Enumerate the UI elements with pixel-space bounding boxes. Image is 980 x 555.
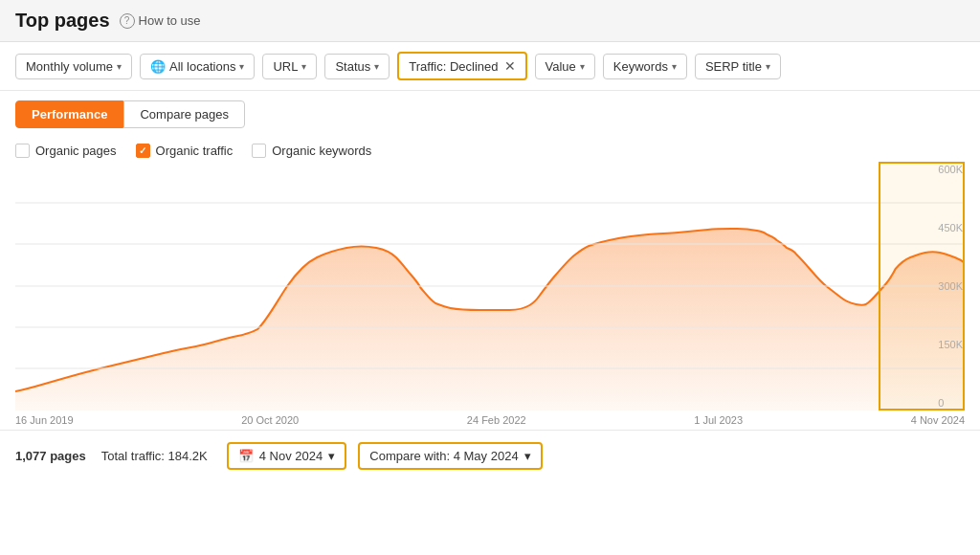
checkbox-box-organic-pages xyxy=(15,144,30,158)
chevron-icon: ▾ xyxy=(766,61,770,72)
y-label-600k: 600K xyxy=(938,164,965,175)
filter-monthly-volume[interactable]: Monthly volume▾ xyxy=(15,54,132,79)
filter-bar: Monthly volume▾🌐All locations▾URL▾Status… xyxy=(0,42,980,91)
x-axis-labels: 16 Jun 201920 Oct 202024 Feb 20221 Jul 2… xyxy=(0,411,980,430)
date-chevron: ▾ xyxy=(328,449,335,463)
x-label: 1 Jul 2023 xyxy=(694,414,743,426)
y-label-0: 0 xyxy=(938,397,965,409)
footer-bar: 1,077 pages Total traffic: 184.2K 📅 4 No… xyxy=(0,430,980,481)
pages-count: 1,077 pages xyxy=(15,449,86,463)
x-label: 20 Oct 2020 xyxy=(241,414,299,426)
checkbox-organic-traffic[interactable]: Organic traffic xyxy=(136,144,234,158)
x-label: 16 Jun 2019 xyxy=(15,414,74,426)
filter-keywords[interactable]: Keywords▾ xyxy=(603,54,687,79)
tab-label: Compare pages xyxy=(140,107,229,122)
tab-compare-pages[interactable]: Compare pages xyxy=(123,100,245,128)
checkbox-box-organic-keywords xyxy=(252,144,266,158)
filter-label: Keywords xyxy=(613,59,668,74)
how-to-use-label: How to use xyxy=(139,13,201,28)
filter-url[interactable]: URL▾ xyxy=(262,54,317,79)
total-traffic: Total traffic: 184.2K xyxy=(101,449,208,463)
tab-label: Performance xyxy=(32,107,107,122)
checkbox-organic-pages[interactable]: Organic pages xyxy=(15,144,117,158)
y-label-300k: 300K xyxy=(938,280,965,292)
chevron-icon: ▾ xyxy=(374,61,379,72)
filter-label: All locations xyxy=(169,59,235,74)
filter-close-icon[interactable]: ✕ xyxy=(504,58,516,74)
checkbox-label-organic-traffic: Organic traffic xyxy=(156,144,234,158)
chevron-icon: ▾ xyxy=(239,61,244,72)
filter-all-locations[interactable]: 🌐All locations▾ xyxy=(140,54,255,79)
checkbox-organic-keywords[interactable]: Organic keywords xyxy=(252,144,371,158)
filter-serp-title[interactable]: SERP title▾ xyxy=(695,54,781,79)
filter-label: Traffic: Declined xyxy=(409,59,498,74)
x-label: 24 Feb 2022 xyxy=(467,414,526,426)
checkbox-label-organic-keywords: Organic keywords xyxy=(272,144,371,158)
page-title: Top pages xyxy=(15,10,110,32)
filter-label: SERP title xyxy=(705,59,762,74)
chevron-icon: ▾ xyxy=(580,61,585,72)
filter-value[interactable]: Value▾ xyxy=(535,54,595,79)
checkbox-label-organic-pages: Organic pages xyxy=(35,144,117,158)
tab-performance[interactable]: Performance xyxy=(15,100,123,128)
compare-chevron: ▾ xyxy=(524,449,531,463)
compare-label: Compare with: 4 May 2024 xyxy=(369,449,518,463)
date-label: 4 Nov 2024 xyxy=(259,449,323,463)
calendar-icon: 📅 xyxy=(238,449,254,463)
page-header: Top pages ? How to use xyxy=(0,0,980,42)
filter-label: Value xyxy=(546,59,576,74)
compare-date-button[interactable]: Compare with: 4 May 2024 ▾ xyxy=(358,442,542,470)
chevron-icon: ▾ xyxy=(117,61,122,72)
y-label-150k: 150K xyxy=(938,339,965,350)
question-icon: ? xyxy=(120,13,135,29)
how-to-use-link[interactable]: ? How to use xyxy=(120,13,201,29)
y-label-450k: 450K xyxy=(938,222,965,233)
filter-traffic-declined[interactable]: Traffic: Declined✕ xyxy=(397,52,526,80)
filter-label: Status xyxy=(335,59,370,74)
filter-status[interactable]: Status▾ xyxy=(324,54,390,79)
tab-area: PerformanceCompare pages xyxy=(0,91,980,138)
date-picker-button[interactable]: 📅 4 Nov 2024 ▾ xyxy=(227,442,347,470)
filter-label: URL xyxy=(273,59,298,74)
globe-icon: 🌐 xyxy=(150,59,166,74)
traffic-chart: 600K 450K 300K 150K 0 xyxy=(15,162,965,411)
chevron-icon: ▾ xyxy=(672,61,677,72)
checkbox-box-organic-traffic xyxy=(136,144,150,158)
x-label: 4 Nov 2024 xyxy=(911,414,965,426)
chevron-icon: ▾ xyxy=(301,61,306,72)
filter-label: Monthly volume xyxy=(26,59,113,74)
checkbox-group: Organic pages Organic traffic Organic ke… xyxy=(0,138,980,162)
